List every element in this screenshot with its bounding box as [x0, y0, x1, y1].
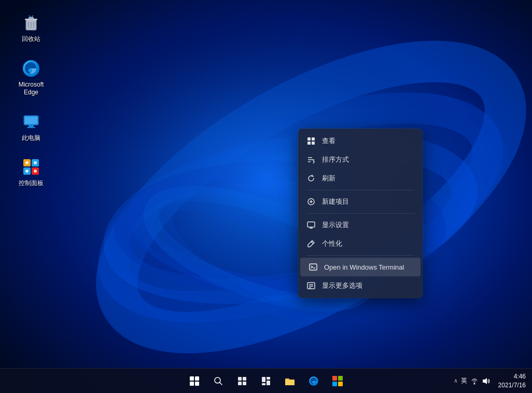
- svg-rect-53: [243, 382, 246, 385]
- clock-date: 2021/7/16: [498, 381, 526, 390]
- menu-refresh-label: 刷新: [322, 174, 335, 183]
- file-explorer-icon: [285, 376, 295, 386]
- edge-icon[interactable]: Microsoft Edge: [10, 56, 52, 99]
- svg-rect-50: [238, 377, 242, 381]
- control-panel-img: [21, 157, 41, 177]
- sort-icon: [306, 155, 316, 164]
- svg-rect-61: [332, 382, 337, 386]
- svg-rect-19: [27, 127, 35, 128]
- svg-rect-17: [25, 117, 37, 124]
- search-icon: [214, 376, 223, 386]
- svg-point-24: [25, 161, 29, 164]
- menu-separator-2: [306, 213, 414, 214]
- svg-point-27: [34, 170, 37, 173]
- task-view-button[interactable]: [232, 371, 253, 391]
- svg-rect-54: [262, 377, 265, 382]
- edge-taskbar-icon: [309, 376, 319, 386]
- svg-line-49: [220, 382, 222, 385]
- wallpaper-svg: [0, 0, 532, 393]
- wallpaper: [0, 0, 532, 393]
- this-pc-label: 此电脑: [22, 134, 40, 143]
- menu-more-label: 显示更多选项: [322, 281, 362, 290]
- recycle-bin-label: 回收站: [22, 35, 40, 44]
- file-explorer-button[interactable]: [279, 371, 300, 391]
- svg-rect-28: [307, 137, 311, 141]
- taskbar: ∧ 英 4:46 2021/7/16: [0, 368, 532, 393]
- pen-icon: [306, 239, 316, 248]
- more-options-icon: [306, 281, 316, 290]
- svg-rect-29: [312, 137, 315, 141]
- svg-rect-51: [243, 377, 246, 381]
- svg-line-41: [311, 242, 313, 244]
- taskbar-center: [184, 371, 348, 391]
- svg-rect-62: [338, 382, 343, 386]
- volume-icon[interactable]: [482, 377, 490, 385]
- refresh-icon: [306, 174, 316, 183]
- menu-separator-3: [306, 255, 414, 256]
- svg-rect-59: [332, 376, 337, 381]
- menu-separator-1: [306, 190, 414, 190]
- start-button[interactable]: [184, 371, 205, 391]
- svg-rect-52: [238, 382, 242, 385]
- menu-display-label: 显示设置: [322, 220, 349, 230]
- tray-chevron[interactable]: ∧: [454, 377, 458, 384]
- menu-terminal-label: Open in Windows Terminal: [324, 263, 404, 271]
- svg-point-63: [473, 383, 475, 384]
- control-panel-icon[interactable]: 控制面板: [10, 155, 52, 190]
- svg-rect-60: [338, 376, 343, 381]
- plus-circle-icon: [306, 197, 316, 206]
- edge-img: [21, 58, 41, 79]
- desktop-icons: 回收站 Microsoft Edge: [10, 10, 52, 190]
- lang-indicator[interactable]: 英: [461, 376, 467, 385]
- store-button[interactable]: [327, 371, 348, 391]
- recycle-bin-icon[interactable]: 回收站: [10, 10, 52, 46]
- svg-marker-64: [483, 378, 487, 384]
- menu-item-refresh[interactable]: 刷新: [298, 169, 423, 188]
- menu-item-new[interactable]: 新建项目: [298, 192, 423, 211]
- menu-item-terminal[interactable]: Open in Windows Terminal: [300, 258, 421, 276]
- menu-item-more[interactable]: 显示更多选项: [298, 276, 423, 295]
- widgets-icon: [261, 376, 271, 386]
- menu-item-sort[interactable]: 排序方式: [298, 150, 423, 169]
- store-icon: [332, 376, 343, 386]
- display-icon: [306, 220, 316, 230]
- windows-logo-icon: [190, 376, 199, 386]
- menu-sort-label: 排序方式: [322, 155, 349, 164]
- menu-view-label: 查看: [322, 136, 335, 146]
- recycle-bin-img: [21, 12, 41, 33]
- svg-rect-55: [267, 377, 270, 380]
- menu-personalize-label: 个性化: [322, 239, 342, 248]
- clock-time: 4:46: [514, 372, 526, 381]
- search-button[interactable]: [208, 371, 229, 391]
- svg-point-26: [25, 170, 29, 173]
- task-view-icon: [237, 376, 247, 386]
- menu-item-view[interactable]: 查看: [298, 132, 423, 150]
- context-menu: 查看 排序方式 刷新: [298, 129, 423, 298]
- terminal-icon: [309, 262, 318, 272]
- svg-rect-31: [312, 142, 315, 145]
- svg-rect-56: [267, 381, 270, 385]
- svg-rect-57: [262, 383, 265, 385]
- svg-point-25: [34, 161, 37, 164]
- svg-rect-30: [307, 142, 311, 145]
- clock[interactable]: 4:46 2021/7/16: [498, 372, 526, 390]
- this-pc-img: [21, 111, 41, 132]
- edge-label: Microsoft Edge: [12, 81, 50, 97]
- menu-item-personalize[interactable]: 个性化: [298, 234, 423, 253]
- tray-icons: ∧ 英: [454, 376, 490, 385]
- edge-taskbar-button[interactable]: [303, 371, 324, 391]
- menu-item-display[interactable]: 显示设置: [298, 216, 423, 234]
- svg-rect-8: [0, 0, 532, 393]
- control-panel-label: 控制面板: [19, 179, 44, 188]
- system-tray: ∧ 英 4:46 2021/7/16: [454, 372, 526, 390]
- network-icon[interactable]: [470, 377, 479, 385]
- svg-rect-18: [29, 125, 34, 127]
- this-pc-icon[interactable]: 此电脑: [10, 109, 52, 145]
- grid-icon: [306, 136, 316, 146]
- menu-new-label: 新建项目: [322, 197, 349, 206]
- svg-rect-38: [307, 222, 315, 227]
- widgets-button[interactable]: [256, 371, 276, 391]
